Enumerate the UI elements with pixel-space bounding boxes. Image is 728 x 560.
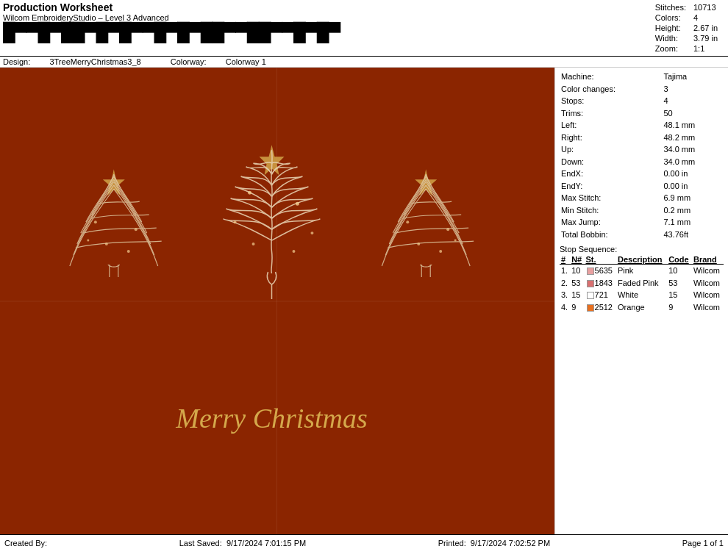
printed-value: 9/17/2024 7:02:52 PM xyxy=(471,539,550,548)
svg-point-19 xyxy=(439,250,442,253)
svg-point-4 xyxy=(135,228,138,231)
stops-label: Stops: xyxy=(560,95,662,107)
page-header: Production Worksheet Wilcom EmbroiderySt… xyxy=(0,0,728,57)
colorway-info: Colorway: Colorway 1 xyxy=(171,57,281,66)
color-swatch xyxy=(587,292,594,299)
design-info: Design: 3TreeMerryChristmas3_8 xyxy=(3,57,156,66)
svg-point-11 xyxy=(234,220,237,223)
row-n: 9 xyxy=(570,301,584,314)
colorway-value: Colorway 1 xyxy=(226,57,266,66)
app-subtitle: Wilcom EmbroideryStudio – Level 3 Advanc… xyxy=(3,13,340,22)
row-description: White xyxy=(616,289,667,301)
row-description: Pink xyxy=(616,265,667,277)
stop-sequence-body: 1. 10 5635 Pink 10 Wilcom 2. 53 1843 Fad… xyxy=(560,265,724,314)
color-swatch xyxy=(587,268,594,275)
barcode: █▀▀█▀██▀█▀█▀▀█▀█▀██▀▀██▀▀█▀█▀ xyxy=(3,24,340,44)
row-brand: Wilcom xyxy=(692,265,724,277)
last-saved-value: 9/17/2024 7:01:15 PM xyxy=(226,539,306,548)
zoom-label: Zoom: xyxy=(652,44,689,53)
row-color-st: 5635 xyxy=(585,265,616,277)
table-row: 2. 53 1843 Faded Pink 53 Wilcom xyxy=(560,277,724,290)
max-stitch-label: Max Stitch: xyxy=(560,192,662,204)
info-panel: Machine: Tajima Color changes: 3 Stops: … xyxy=(555,68,728,534)
printed-label: Printed: xyxy=(438,539,466,548)
colors-label: Colors: xyxy=(652,13,689,22)
created-by-label: Created By: xyxy=(4,539,47,548)
row-num: 2. xyxy=(560,277,570,290)
right-value: 48.2 mm xyxy=(662,132,724,144)
page-number: Page 1 of 1 xyxy=(682,539,724,548)
svg-point-6 xyxy=(127,250,130,253)
row-description: Faded Pink xyxy=(616,277,667,290)
row-color-st: 721 xyxy=(585,289,616,301)
header-left: Production Worksheet Wilcom EmbroiderySt… xyxy=(3,1,340,44)
height-value: 2.67 in xyxy=(690,24,721,32)
col-n: N# xyxy=(570,255,584,265)
stitches-value: 10713 xyxy=(690,3,721,12)
svg-point-10 xyxy=(296,202,299,206)
color-changes-value: 3 xyxy=(662,83,724,96)
col-brand: Brand xyxy=(692,255,724,265)
endx-label: EndX: xyxy=(560,168,662,180)
row-code: 53 xyxy=(667,277,692,290)
svg-point-5 xyxy=(105,243,108,245)
row-brand: Wilcom xyxy=(692,277,724,290)
table-row: 1. 10 5635 Pink 10 Wilcom xyxy=(560,265,724,277)
row-description: Orange xyxy=(616,301,667,314)
svg-point-16 xyxy=(406,220,409,223)
row-color-st: 1843 xyxy=(585,277,616,290)
svg-point-14 xyxy=(292,250,295,253)
row-code: 9 xyxy=(667,301,692,314)
up-value: 34.0 mm xyxy=(662,143,724,156)
machine-label: Machine: xyxy=(560,71,662,83)
created-by: Created By: xyxy=(4,539,47,548)
col-st: St. xyxy=(585,255,616,265)
stats-table: Stitches: 10713 Colors: 4 Height: 2.67 i… xyxy=(651,1,722,54)
width-label: Width: xyxy=(652,34,689,43)
svg-point-18 xyxy=(417,243,420,245)
zoom-value: 1:1 xyxy=(690,44,721,53)
main-content: Merry Christmas Machine: Tajima Color ch… xyxy=(0,68,728,534)
row-num: 1. xyxy=(560,265,570,277)
row-color-st: 2512 xyxy=(585,301,616,314)
row-n: 10 xyxy=(570,265,584,277)
svg-point-17 xyxy=(446,228,449,231)
merry-christmas-text: Merry Christmas xyxy=(175,403,367,434)
last-saved: Last Saved: 9/17/2024 7:01:15 PM xyxy=(179,539,306,548)
row-num: 4. xyxy=(560,301,570,314)
col-description: Description xyxy=(616,255,667,265)
endy-label: EndY: xyxy=(560,180,662,193)
row-brand: Wilcom xyxy=(692,301,724,314)
height-label: Height: xyxy=(652,24,689,32)
page-footer: Created By: Last Saved: 9/17/2024 7:01:1… xyxy=(0,534,728,550)
row-num: 3. xyxy=(560,289,570,301)
max-stitch-value: 6.9 mm xyxy=(662,192,724,204)
design-value: 3TreeMerryChristmas3_8 xyxy=(49,57,140,66)
min-stitch-label: Min Stitch: xyxy=(560,204,662,217)
total-bobbin-value: 43.76ft xyxy=(662,229,724,241)
design-label: Design: xyxy=(3,57,30,66)
colors-value: 4 xyxy=(690,13,721,22)
total-bobbin-label: Total Bobbin: xyxy=(560,229,662,241)
endy-value: 0.00 in xyxy=(662,180,724,193)
row-n: 15 xyxy=(570,289,584,301)
svg-point-20 xyxy=(454,240,457,242)
left-value: 48.1 mm xyxy=(662,119,724,132)
svg-point-9 xyxy=(248,191,251,195)
col-hash: # xyxy=(560,255,570,265)
min-stitch-value: 0.2 mm xyxy=(662,204,724,217)
stop-sequence-section: Stop Sequence: # N# St. Description Code… xyxy=(560,245,724,313)
up-label: Up: xyxy=(560,143,662,156)
header-stats: Stitches: 10713 Colors: 4 Height: 2.67 i… xyxy=(651,1,725,54)
svg-point-13 xyxy=(252,243,255,245)
printed: Printed: 9/17/2024 7:02:52 PM xyxy=(438,539,550,548)
stop-sequence-title: Stop Sequence: xyxy=(560,245,724,254)
color-changes-label: Color changes: xyxy=(560,83,662,96)
max-jump-value: 7.1 mm xyxy=(662,216,724,229)
page-title: Production Worksheet xyxy=(3,1,340,13)
row-code: 10 xyxy=(667,265,692,277)
embroidery-canvas: Merry Christmas xyxy=(0,68,555,534)
row-n: 53 xyxy=(570,277,584,290)
design-row: Design: 3TreeMerryChristmas3_8 Colorway:… xyxy=(0,57,728,68)
stitches-label: Stitches: xyxy=(652,3,689,12)
